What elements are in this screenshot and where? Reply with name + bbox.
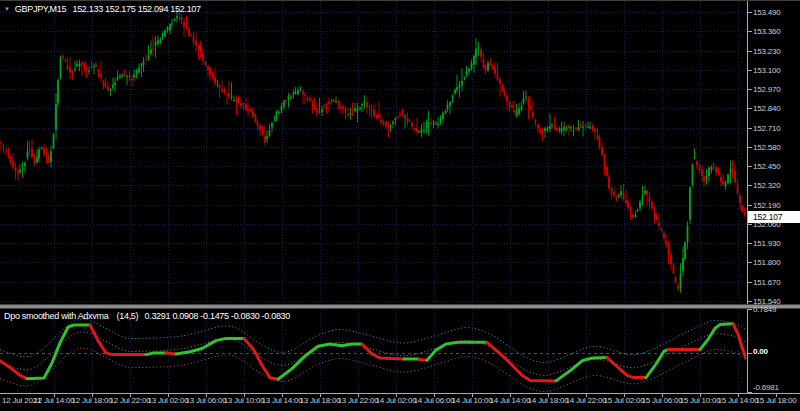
chart-canvas[interactable]	[0, 1, 800, 411]
time-axis-label: 15 Jul 14:00	[717, 396, 758, 405]
price-axis-label: 153.490	[753, 8, 781, 17]
price-axis-label: 152.710	[753, 124, 781, 133]
indicator-name-label: Dpo smoothed with Adxvma	[4, 311, 108, 321]
time-axis-label: 14 Jul 18:00	[527, 396, 568, 405]
axis-frame	[0, 1, 800, 397]
price-axis-label: 152.970	[753, 85, 781, 94]
price-axis-label: 152.190	[753, 201, 781, 210]
price-axis-label: 151.670	[753, 278, 781, 287]
candle-series	[0, 7, 745, 292]
time-axis-label: 13 Jul 02:00	[147, 396, 188, 405]
time-axis-label: 13 Jul 06:00	[185, 396, 226, 405]
symbol-dropdown-icon: ▼	[4, 6, 10, 12]
indicator-main-line-up	[556, 357, 607, 381]
time-axis-label: 12 Jul 22:00	[109, 396, 150, 405]
time-axis-label: 14 Jul 22:00	[565, 396, 606, 405]
time-axis-label: 13 Jul 10:00	[223, 396, 264, 405]
indicator-pane	[0, 319, 746, 391]
indicator-values-label: 0.3291 0.0908 -0.1475 -0.0830 -0.0830	[144, 311, 290, 321]
indicator-main-line-down	[487, 342, 556, 381]
time-axis-label: 12 Jul 18:00	[71, 396, 112, 405]
time-axis-label: 14 Jul 14:00	[489, 396, 530, 405]
indicator-main-line-down	[90, 325, 146, 355]
pane-separator[interactable]	[0, 304, 800, 309]
time-axis-label: 13 Jul 14:00	[261, 396, 302, 405]
chart-title: ▼ GBPJPY,M15 152.133 152.175 152.094 152…	[4, 4, 201, 14]
indicator-main-line-up	[278, 344, 362, 379]
indicator-params-label: (14,5)	[117, 311, 139, 321]
grid-layer	[0, 1, 746, 392]
price-axis-label: 151.930	[753, 239, 781, 248]
price-axis-label: 152.060	[753, 220, 781, 229]
indicator-main-line-up	[146, 353, 166, 355]
indicator-axis-min-label: -0.6981	[753, 383, 779, 392]
indicator-main-line-down	[607, 357, 646, 377]
price-axis-label: 153.360	[753, 27, 781, 36]
time-axis-label: 13 Jul 22:00	[337, 396, 378, 405]
indicator-main-line-up	[176, 338, 244, 354]
price-axis-label: 152.840	[753, 104, 781, 113]
indicator-title: Dpo smoothed with Adxvma (14,5) 0.3291 0…	[4, 311, 290, 321]
indicator-main-line-down	[0, 361, 27, 379]
indicator-main-line-down	[244, 338, 278, 379]
price-axis-label: 153.230	[753, 47, 781, 56]
indicator-axis-max-label: 0.7849	[753, 305, 776, 314]
time-axis-label: 14 Jul 10:00	[451, 396, 492, 405]
time-axis-label: 14 Jul 02:00	[375, 396, 416, 405]
time-axis-label: 15 Jul 06:00	[641, 396, 682, 405]
indicator-main-line-down	[166, 353, 176, 354]
price-axis-label: 152.450	[753, 162, 781, 171]
indicator-main-line-up	[427, 342, 487, 360]
indicator-axis-zero-label: 0.00	[753, 347, 768, 356]
indicator-main-line-down	[362, 344, 404, 359]
time-axis-label: 13 Jul 18:00	[299, 396, 340, 405]
price-axis-label: 152.320	[753, 181, 781, 190]
time-axis-label: 15 Jul 02:00	[603, 396, 644, 405]
price-axis-label: 151.800	[753, 258, 781, 267]
indicator-main-line-up	[27, 325, 90, 379]
ohlc-values-label: 152.133 152.175 152.094 152.107	[72, 4, 200, 14]
price-axis-label: 152.580	[753, 143, 781, 152]
time-axis-label: 15 Jul 18:00	[755, 396, 796, 405]
mt4-chart-window: ▼ GBPJPY,M15 152.133 152.175 152.094 152…	[0, 0, 800, 411]
time-axis-label: 14 Jul 06:00	[413, 396, 454, 405]
time-axis-label: 15 Jul 10:00	[679, 396, 720, 405]
time-axis-label: 12 Jul 14:00	[33, 396, 74, 405]
symbol-timeframe-label: GBPJPY,M15	[15, 4, 66, 14]
price-axis-label: 153.100	[753, 66, 781, 75]
price-axis-label: 151.540	[753, 297, 781, 306]
